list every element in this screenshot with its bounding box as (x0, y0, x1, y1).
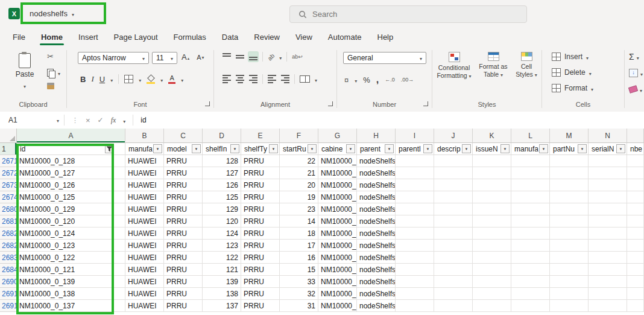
filter-dropdown-button[interactable] (346, 144, 355, 153)
cell[interactable] (589, 300, 627, 312)
chevron-down-icon[interactable] (315, 74, 317, 84)
cut-button[interactable]: ✂ (47, 52, 54, 60)
cell[interactable]: HUAWEI (125, 167, 164, 179)
cell[interactable]: PRRU (241, 215, 280, 228)
cell[interactable] (627, 288, 644, 300)
text-orientation-icon[interactable]: ab (267, 52, 276, 62)
cell[interactable]: NM10000_0_125 (17, 191, 125, 203)
cell[interactable] (473, 191, 511, 203)
cell[interactable] (434, 155, 473, 167)
cell[interactable] (511, 203, 550, 215)
cell[interactable] (434, 240, 473, 252)
cell[interactable]: nodeShelfs (357, 228, 396, 240)
row-header[interactable]: 26734 (0, 179, 17, 191)
cell[interactable]: 20 (280, 179, 318, 191)
column-header-J[interactable]: J (434, 129, 473, 143)
name-box[interactable]: A1 (0, 112, 64, 129)
cell[interactable]: 129 (203, 203, 241, 215)
decrease-decimal-icon[interactable]: .00→ (401, 77, 414, 83)
cell[interactable]: PRRU (241, 155, 280, 167)
formula-bar-value[interactable]: id (133, 116, 146, 124)
cell[interactable]: HUAWEI (125, 228, 164, 240)
increase-font-size-button[interactable]: A (182, 52, 189, 62)
cell[interactable] (627, 240, 644, 252)
cell[interactable]: NM10000_ (318, 300, 357, 312)
tab-data[interactable]: Data (214, 27, 246, 46)
cell[interactable]: PRRU (164, 191, 203, 203)
column-header-D[interactable]: D (203, 129, 241, 143)
cell[interactable]: PRRU (241, 228, 280, 240)
row-header[interactable]: 26910 (0, 288, 17, 300)
cell[interactable] (473, 215, 511, 228)
cell[interactable]: NM10000_ (318, 167, 357, 179)
align-right-icon[interactable] (249, 75, 257, 83)
cell[interactable]: HUAWEI (125, 240, 164, 252)
cell[interactable]: PRRU (164, 228, 203, 240)
cell[interactable] (627, 179, 644, 191)
cell[interactable]: NM10000_ (318, 240, 357, 252)
cell[interactable]: nodeShelfs (357, 167, 396, 179)
font-color-button[interactable]: A (168, 75, 175, 84)
column-header-N[interactable]: N (589, 129, 627, 143)
cell[interactable] (627, 215, 644, 228)
filter-dropdown-button[interactable] (578, 144, 587, 153)
cell[interactable]: 122 (203, 252, 241, 264)
cell[interactable]: NM10000_0_128 (17, 155, 125, 167)
font-size-select[interactable]: 11 (152, 52, 177, 64)
cell[interactable]: NM10000_0_138 (17, 288, 125, 300)
filter-dropdown-button[interactable] (308, 144, 317, 153)
tab-home[interactable]: Home (33, 27, 71, 46)
cell[interactable] (473, 276, 511, 288)
cell[interactable]: 18 (280, 228, 318, 240)
cell[interactable] (511, 228, 550, 240)
insert-cells-button[interactable]: Insert (552, 52, 589, 62)
column-header-K[interactable]: K (473, 129, 511, 143)
search-box[interactable]: Search (289, 5, 527, 23)
cell[interactable] (473, 288, 511, 300)
paste-button[interactable]: Paste (11, 51, 39, 90)
cell[interactable]: PRRU (164, 167, 203, 179)
percent-style-button[interactable]: % (363, 75, 370, 84)
filter-dropdown-button[interactable] (423, 144, 432, 153)
cell[interactable]: nodeShelfs (357, 300, 396, 312)
cell[interactable] (589, 155, 627, 167)
cell[interactable] (396, 300, 434, 312)
cell[interactable]: NM10000_0_121 (17, 264, 125, 276)
cell[interactable]: PRRU (164, 155, 203, 167)
cell[interactable]: NM10000_ (318, 264, 357, 276)
copy-button[interactable] (47, 68, 60, 77)
borders-icon[interactable] (124, 75, 133, 83)
cell[interactable]: PRRU (241, 252, 280, 264)
cell[interactable]: 32 (280, 288, 318, 300)
cell[interactable]: nodeShelfs (357, 215, 396, 228)
cell[interactable]: HUAWEI (125, 300, 164, 312)
cell[interactable] (396, 276, 434, 288)
clear-button[interactable] (629, 84, 642, 94)
filter-dropdown-button[interactable] (462, 144, 471, 153)
cell[interactable]: HUAWEI (125, 191, 164, 203)
increase-indent-icon[interactable] (281, 75, 289, 83)
cell[interactable] (550, 252, 589, 264)
cell[interactable] (511, 240, 550, 252)
column-header-C[interactable]: C (164, 129, 203, 143)
row-header[interactable]: 26726 (0, 167, 17, 179)
cell[interactable] (589, 167, 627, 179)
cell[interactable] (473, 300, 511, 312)
cell[interactable] (511, 252, 550, 264)
cell[interactable]: PRRU (164, 264, 203, 276)
cell[interactable] (473, 203, 511, 215)
cell[interactable] (589, 252, 627, 264)
cell[interactable] (589, 264, 627, 276)
cell[interactable]: 31 (280, 300, 318, 312)
cell[interactable] (396, 252, 434, 264)
accounting-format-icon[interactable]: ¤ (344, 75, 349, 84)
chevron-down-icon[interactable] (110, 74, 113, 84)
cell[interactable] (511, 215, 550, 228)
cell[interactable] (550, 191, 589, 203)
cell[interactable]: PRRU (241, 167, 280, 179)
cell[interactable] (550, 288, 589, 300)
cell[interactable]: HUAWEI (125, 276, 164, 288)
column-header-H[interactable]: H (357, 129, 396, 143)
format-painter-button[interactable] (47, 83, 54, 89)
cell[interactable]: 14 (280, 215, 318, 228)
